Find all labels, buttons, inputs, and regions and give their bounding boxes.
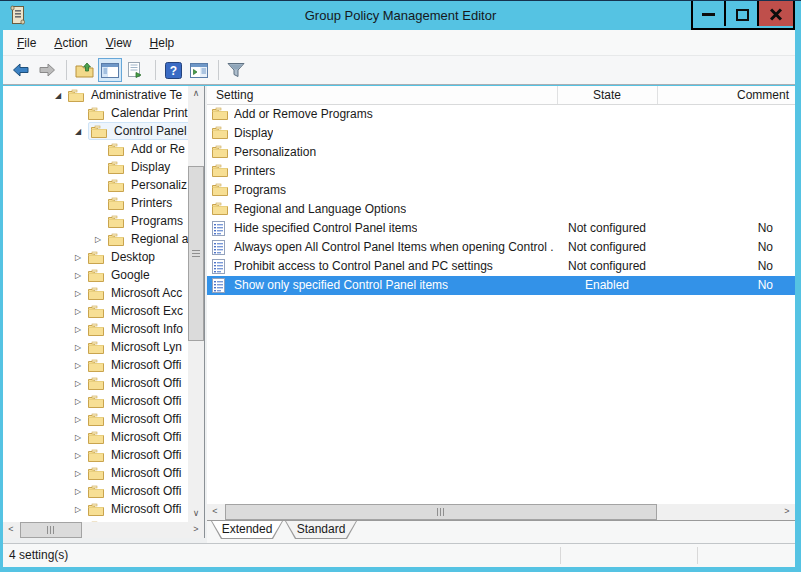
expand-closed-icon[interactable]: ▷ <box>75 343 88 352</box>
tree-item-regional[interactable]: ▷Regional a <box>3 230 188 248</box>
list-row-setting-selected[interactable]: Show only specified Control Panel itemsE… <box>207 276 795 295</box>
action-pane-icon <box>190 63 208 78</box>
tree-vertical-scrollbar[interactable]: ∧ ∨ <box>188 86 204 522</box>
folder-icon <box>108 197 124 210</box>
filter-button[interactable] <box>224 58 248 82</box>
column-divider[interactable] <box>657 86 658 104</box>
show-action-pane-button[interactable] <box>187 58 211 82</box>
folder-icon <box>212 164 228 180</box>
tree-horizontal-scrollbar[interactable]: < > <box>3 522 204 538</box>
expand-closed-icon[interactable]: ▷ <box>75 253 88 262</box>
expand-closed-icon[interactable]: ▷ <box>75 433 88 442</box>
tree-item-microsoft[interactable]: ▷Microsoft Acc <box>3 284 188 302</box>
expand-closed-icon[interactable]: ▷ <box>75 505 88 514</box>
tree-item-display[interactable]: ◢Display <box>3 158 188 176</box>
tab-extended[interactable]: Extended <box>211 521 283 539</box>
scroll-left-icon[interactable]: < <box>3 522 19 538</box>
expand-closed-icon[interactable]: ▷ <box>75 469 88 478</box>
tree-item-microsoft[interactable]: ▷Microsoft Offi <box>3 356 188 374</box>
menu-help[interactable]: Help <box>144 33 181 53</box>
tree-hscroll-thumb[interactable] <box>20 522 82 538</box>
scroll-down-icon[interactable]: ∨ <box>188 506 204 522</box>
expand-closed-icon[interactable]: ▷ <box>75 451 88 460</box>
folder-icon <box>88 287 104 300</box>
scroll-up-icon[interactable]: ∧ <box>188 86 204 102</box>
scroll-right-icon[interactable]: > <box>779 504 795 520</box>
expand-closed-icon[interactable]: ▷ <box>75 271 88 280</box>
up-one-level-button[interactable] <box>72 58 96 82</box>
tree-item-desktop[interactable]: ▷Desktop <box>3 248 188 266</box>
list-row-folder[interactable]: Display <box>207 124 795 143</box>
tree-item-microsoft[interactable]: ▷Microsoft Offi <box>3 482 188 500</box>
list-row-setting[interactable]: Prohibit access to Control Panel and PC … <box>207 257 795 276</box>
tree-item-microsoft[interactable]: ▷Microsoft Offi <box>3 464 188 482</box>
maximize-button[interactable] <box>724 1 757 26</box>
tree-item-microsoft[interactable]: ▷Microsoft Offi <box>3 446 188 464</box>
list-row-folder[interactable]: Programs <box>207 181 795 200</box>
scroll-right-icon[interactable]: > <box>188 522 204 538</box>
tab-standard[interactable]: Standard <box>285 521 357 539</box>
menu-file[interactable]: File <box>11 33 42 53</box>
scroll-left-icon[interactable]: < <box>207 504 223 520</box>
folder-icon <box>88 449 104 462</box>
tree-item-personalization[interactable]: ◢Personaliz <box>3 176 188 194</box>
expand-closed-icon[interactable]: ▷ <box>75 289 88 298</box>
pane-splitter[interactable] <box>204 86 205 538</box>
column-header-setting[interactable]: Setting <box>216 86 253 104</box>
list-hscroll-thumb[interactable] <box>225 504 657 520</box>
expand-closed-icon[interactable]: ▷ <box>95 235 108 244</box>
list-row-setting[interactable]: Hide specified Control Panel itemsNot co… <box>207 219 795 238</box>
tree-item-microsoft[interactable]: ▷Microsoft Offi <box>3 374 188 392</box>
expand-closed-icon[interactable]: ▷ <box>75 397 88 406</box>
close-button[interactable] <box>757 1 793 26</box>
tree-item-calendar-printing[interactable]: ◢Calendar Print <box>3 104 188 122</box>
folder-icon <box>108 215 124 228</box>
list-row-folder[interactable]: Printers <box>207 162 795 181</box>
list-horizontal-scrollbar[interactable]: < > <box>207 504 795 520</box>
tree-item-control-panel[interactable]: ◢Control Panel <box>3 122 188 140</box>
show-console-tree-button[interactable] <box>98 58 122 82</box>
list-row-folder[interactable]: Add or Remove Programs <box>207 105 795 124</box>
tree-item-microsoft[interactable]: ▷Microsoft Offi <box>3 392 188 410</box>
tree-item-programs[interactable]: ◢Programs <box>3 212 188 230</box>
expand-closed-icon[interactable]: ▷ <box>75 325 88 334</box>
back-icon <box>12 63 30 77</box>
forward-button[interactable] <box>35 58 59 82</box>
tree-item-google[interactable]: ▷Google <box>3 266 188 284</box>
tree-item-microsoft[interactable]: ▷Microsoft Offi <box>3 500 188 518</box>
column-header-comment[interactable]: Comment <box>657 86 789 104</box>
expand-open-icon[interactable]: ◢ <box>55 91 68 100</box>
svg-text:?: ? <box>169 64 176 78</box>
menu-action[interactable]: Action <box>48 33 93 53</box>
tree-item-microsoft[interactable]: ▷Microsoft Exc <box>3 302 188 320</box>
tree-item-printers[interactable]: ◢Printers <box>3 194 188 212</box>
expand-closed-icon[interactable]: ▷ <box>75 361 88 370</box>
window-controls <box>691 1 795 30</box>
tree-item-microsoft[interactable]: ▷Microsoft Offi <box>3 428 188 446</box>
list-row-folder[interactable]: Personalization <box>207 143 795 162</box>
minimize-button[interactable] <box>693 1 724 26</box>
menu-view[interactable]: View <box>100 33 138 53</box>
list-row-folder[interactable]: Regional and Language Options <box>207 200 795 219</box>
title-bar[interactable]: Group Policy Management Editor <box>0 1 801 30</box>
tree-item-administrative-templates[interactable]: ◢Administrative Te <box>3 86 188 104</box>
folder-icon <box>212 107 228 123</box>
column-header-state[interactable]: State <box>557 86 657 104</box>
folder-icon <box>108 161 124 174</box>
tree-item-microsoft[interactable]: ▷Microsoft Lyn <box>3 338 188 356</box>
expand-open-icon[interactable]: ◢ <box>75 127 88 136</box>
tree-item-microsoft[interactable]: ▷Microsoft Offi <box>3 410 188 428</box>
expand-closed-icon[interactable]: ▷ <box>75 379 88 388</box>
list-row-setting[interactable]: Always open All Control Panel Items when… <box>207 238 795 257</box>
column-divider[interactable] <box>557 86 558 104</box>
expand-closed-icon[interactable]: ▷ <box>75 307 88 316</box>
expand-closed-icon[interactable]: ▷ <box>75 487 88 496</box>
help-button[interactable]: ? <box>161 58 185 82</box>
tree-vscroll-thumb[interactable] <box>188 166 204 341</box>
tree-item-add-or-remove[interactable]: ◢Add or Re <box>3 140 188 158</box>
group-policy-editor-window: Group Policy Management Editor File Acti… <box>0 0 801 572</box>
back-button[interactable] <box>9 58 33 82</box>
expand-closed-icon[interactable]: ▷ <box>75 415 88 424</box>
export-list-button[interactable] <box>124 58 148 82</box>
tree-item-microsoft[interactable]: ▷Microsoft Info <box>3 320 188 338</box>
